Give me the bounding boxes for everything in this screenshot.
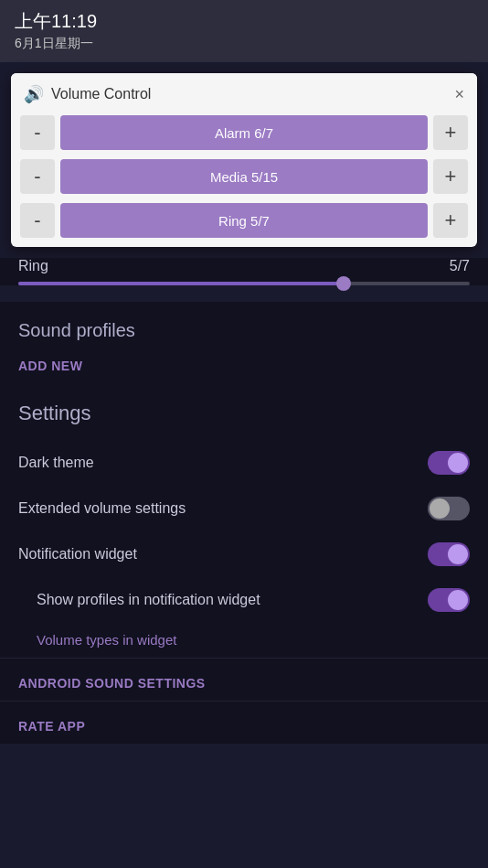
slider-section: Ring 5/7 <box>0 258 488 285</box>
ring-increase-button[interactable]: + <box>433 203 468 238</box>
volume-dialog-header: 🔊 Volume Control × <box>11 73 477 115</box>
rate-app-row[interactable]: RATE APP <box>0 702 488 744</box>
media-bar: Media 5/15 <box>60 159 428 194</box>
ring-label: Ring 5/7 <box>218 213 270 229</box>
notification-widget-label: Notification widget <box>18 546 137 563</box>
volume-dialog-title: Volume Control <box>51 86 151 102</box>
alarm-bar: Alarm 6/7 <box>60 115 428 150</box>
dark-theme-toggle-thumb <box>448 453 468 473</box>
show-profiles-toggle[interactable] <box>428 588 470 612</box>
settings-title: Settings <box>0 392 488 440</box>
extended-volume-row: Extended volume settings <box>0 486 488 531</box>
ring-bar: Ring 5/7 <box>60 203 428 238</box>
volume-dialog-title-group: 🔊 Volume Control <box>24 84 151 104</box>
rate-app-link[interactable]: RATE APP <box>18 719 85 734</box>
extended-volume-toggle-thumb <box>430 498 450 519</box>
show-profiles-label: Show profiles in notification widget <box>37 592 260 608</box>
status-date: 6月1日星期一 <box>15 36 473 52</box>
add-new-label[interactable]: ADD NEW <box>18 359 82 373</box>
alarm-decrease-button[interactable]: - <box>20 115 55 150</box>
status-bar: 上午11:19 6月1日星期一 <box>0 0 488 62</box>
dark-theme-toggle[interactable] <box>428 451 470 475</box>
volume-icon: 🔊 <box>24 84 44 104</box>
ring-volume-row: - Ring 5/7 + <box>20 203 468 238</box>
media-volume-row: - Media 5/15 + <box>20 159 468 194</box>
dark-theme-row: Dark theme <box>0 440 488 486</box>
ring-decrease-button[interactable]: - <box>20 203 55 238</box>
ring-slider-fill <box>18 282 344 285</box>
extended-volume-label: Extended volume settings <box>18 500 186 517</box>
volume-types-link[interactable]: Volume types in widget <box>37 632 176 648</box>
volume-types-link-row[interactable]: Volume types in widget <box>0 623 488 658</box>
extended-volume-toggle[interactable] <box>428 497 470 520</box>
status-time: 上午11:19 <box>15 9 473 34</box>
notification-widget-toggle-thumb <box>448 544 468 564</box>
ring-slider-label: Ring <box>18 258 48 274</box>
media-increase-button[interactable]: + <box>433 159 468 194</box>
show-profiles-row: Show profiles in notification widget <box>0 577 488 623</box>
android-sound-settings-link[interactable]: ANDROID SOUND SETTINGS <box>18 676 206 691</box>
notification-widget-toggle[interactable] <box>428 542 470 566</box>
ring-slider-row: Ring 5/7 <box>18 258 470 285</box>
alarm-increase-button[interactable]: + <box>433 115 468 150</box>
media-label: Media 5/15 <box>210 169 278 185</box>
ring-slider-thumb <box>336 276 351 291</box>
alarm-label: Alarm 6/7 <box>215 125 273 141</box>
sound-profiles-title: Sound profiles <box>0 302 488 350</box>
media-decrease-button[interactable]: - <box>20 159 55 194</box>
dark-theme-label: Dark theme <box>18 455 94 471</box>
show-profiles-toggle-thumb <box>448 590 468 610</box>
alarm-volume-row: - Alarm 6/7 + <box>20 115 468 150</box>
notification-widget-row: Notification widget <box>0 531 488 577</box>
close-icon[interactable]: × <box>454 85 464 104</box>
android-sound-settings-row[interactable]: ANDROID SOUND SETTINGS <box>0 659 488 701</box>
ring-slider-value: 5/7 <box>450 258 470 274</box>
ring-slider-track[interactable] <box>18 282 470 285</box>
volume-dialog: 🔊 Volume Control × - Alarm 6/7 + - Media… <box>11 73 477 247</box>
ring-slider-label-row: Ring 5/7 <box>18 258 470 274</box>
add-new-button[interactable]: ADD NEW <box>0 350 488 392</box>
